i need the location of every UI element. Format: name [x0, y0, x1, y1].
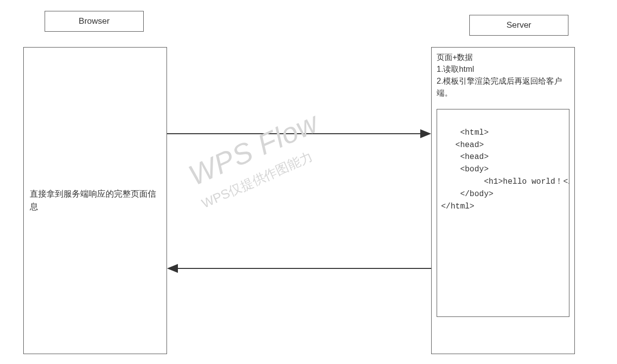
watermark: WPS Flow WPS仅提供作图能力	[182, 103, 332, 212]
server-desc-item-2: 2.模板引擎渲染完成后再返回给客户端。	[437, 75, 569, 99]
browser-box: 直接拿到服务端响应的完整页面信息	[23, 47, 167, 354]
arrow-response	[167, 262, 431, 274]
server-desc-header: 页面+数据	[437, 52, 569, 63]
svg-marker-1	[420, 129, 431, 138]
server-code-box: <html> <head> <head> <body> <h1>hello wo…	[437, 109, 569, 317]
browser-title: Browser	[79, 16, 110, 26]
server-box: 页面+数据 1.读取html 2.模板引擎渲染完成后再返回给客户端。 <html…	[431, 47, 575, 354]
arrow-request	[167, 128, 431, 140]
server-desc-item-1: 1.读取html	[437, 63, 569, 75]
watermark-small: WPS仅提供作图能力	[199, 141, 333, 212]
server-description: 页面+数据 1.读取html 2.模板引擎渲染完成后再返回给客户端。	[437, 52, 569, 99]
server-code: <html> <head> <head> <body> <h1>hello wo…	[441, 128, 569, 211]
server-title: Server	[506, 20, 531, 30]
svg-marker-3	[167, 264, 178, 273]
server-title-box: Server	[469, 15, 568, 36]
browser-body-text: 直接拿到服务端响应的完整页面信息	[30, 188, 161, 214]
browser-title-box: Browser	[45, 11, 144, 32]
watermark-big: WPS Flow	[182, 103, 324, 195]
